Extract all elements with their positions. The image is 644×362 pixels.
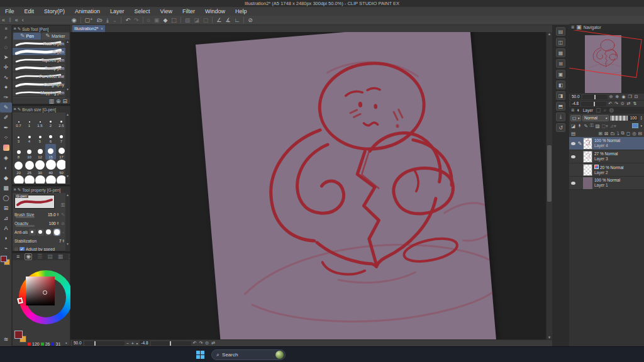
brush-size-option[interactable]: 5 xyxy=(35,128,45,144)
material-mono-panel-icon[interactable]: ⊞ xyxy=(556,59,565,68)
visibility-toggle[interactable] xyxy=(569,155,577,158)
actual-size-icon[interactable]: ❐ xyxy=(628,94,633,99)
rotation-slider[interactable] xyxy=(151,341,191,346)
color-slider-tab-icon[interactable]: ☰ xyxy=(37,254,42,260)
reselect-icon[interactable]: ▣ xyxy=(152,18,162,23)
adjust-by-speed-checkbox[interactable]: ✓ xyxy=(19,247,25,251)
visibility-toggle[interactable] xyxy=(569,182,577,185)
new-vector-layer-icon[interactable]: ⊠ xyxy=(604,131,608,136)
rotate-reset-icon[interactable]: ⊙ xyxy=(204,341,209,346)
apply-mask-icon[interactable]: ◎ xyxy=(632,131,636,136)
layer-color-swatch[interactable] xyxy=(632,123,638,128)
visibility-toggle[interactable] xyxy=(569,142,577,145)
panel-menu-icon[interactable]: ≡ xyxy=(14,27,16,31)
lock-layer-icon[interactable]: ⚿ xyxy=(590,123,594,129)
material-3d-panel-icon[interactable]: ◨ xyxy=(556,91,565,100)
brush-size-option[interactable]: 20 xyxy=(13,160,24,175)
subtool-item-tapered-pen[interactable]: Tapered pen xyxy=(13,56,70,64)
brush-size-option[interactable]: 1.5 xyxy=(35,112,45,128)
gradient-tool-icon[interactable]: ▩ xyxy=(0,183,12,193)
tool-property-header[interactable]: ≡ ✎ Tool property [G-pen] xyxy=(13,187,70,193)
eyedropper-tool-icon[interactable]: ✑ xyxy=(0,92,12,102)
collapse-panel-icon[interactable]: « xyxy=(13,18,20,23)
collapse-subpanel-icon[interactable]: ‹ xyxy=(20,18,26,23)
history-panel-icon[interactable]: ↺ xyxy=(556,123,565,132)
decoration-tool-icon[interactable] xyxy=(0,143,12,153)
menu-layer[interactable]: Layer xyxy=(105,8,130,14)
brush-size-option[interactable]: 10 xyxy=(24,144,35,160)
navigator-preview[interactable] xyxy=(569,30,644,93)
menu-select[interactable]: Select xyxy=(130,8,155,14)
material-download-panel-icon[interactable]: ⤓ xyxy=(556,112,565,121)
eraser-tool-icon[interactable]: ◈ xyxy=(0,153,12,163)
brush-size-slider[interactable] xyxy=(16,216,35,218)
layer-opacity-slider[interactable] xyxy=(610,116,628,121)
reset-rotation-icon[interactable]: ⊙ xyxy=(620,101,625,106)
taskbar-search[interactable]: ⌕ Search xyxy=(211,349,286,360)
brush-size-option[interactable]: 8 xyxy=(13,144,24,160)
redo-icon[interactable]: ↷ xyxy=(132,18,141,23)
ruler-tool-icon[interactable]: ⊿ xyxy=(0,213,12,223)
navigator-zoom-value[interactable]: 50.0 xyxy=(570,94,581,99)
color-picker-mode-icon[interactable]: ◔ xyxy=(64,341,67,346)
layer-property-tab-icon[interactable]: ▢ xyxy=(596,107,601,113)
material-image-panel-icon[interactable]: ◧ xyxy=(556,80,565,89)
snap-ruler-icon[interactable]: ∠ xyxy=(214,18,223,23)
fit-to-screen-icon[interactable]: ◉ xyxy=(621,94,626,99)
aa-medium-button[interactable] xyxy=(45,229,52,236)
color-set-tab-icon[interactable]: ▤ xyxy=(47,254,53,260)
palette-color-combo[interactable]: ▢▾ xyxy=(570,115,581,121)
layer-row-layer4[interactable]: ✎ 100 % Normal Layer 4 xyxy=(569,137,644,150)
document-tab[interactable]: Illustration2* × xyxy=(72,25,105,32)
selection-border-icon[interactable]: ⬚ xyxy=(169,18,179,23)
brush-size-option[interactable]: 4 xyxy=(24,128,35,144)
zoom-in-icon[interactable]: ⊕ xyxy=(615,94,620,99)
info-tab-icon[interactable]: ◍ xyxy=(609,107,614,113)
saturation-value-square[interactable] xyxy=(26,277,55,305)
layer-opacity-value[interactable]: 100 xyxy=(629,116,638,121)
airbrush-tool-icon[interactable]: ⁘ xyxy=(0,133,12,143)
panel-menu-icon[interactable]: ≡ xyxy=(14,188,16,192)
subtool-item-mapping-pen[interactable]: Mapping pen xyxy=(13,89,70,97)
move-tool-icon[interactable]: ✛ xyxy=(0,62,12,72)
flip-horizontal-icon[interactable]: ⇄ xyxy=(211,341,216,346)
brush-size-option[interactable]: 80 xyxy=(35,175,45,184)
material-color-panel-icon[interactable]: ▦ xyxy=(556,48,565,57)
fit-to-navigator-icon[interactable]: ⊡ xyxy=(634,94,639,99)
aa-none-button[interactable] xyxy=(29,229,36,236)
subtool-item-for-effect-line[interactable]: For effect line xyxy=(13,72,70,80)
mesh-transform-icon[interactable]: ▢ xyxy=(201,18,211,23)
lock-transparent-icon[interactable]: ▨ xyxy=(596,123,600,129)
flip-vertical-icon[interactable]: ⇅ xyxy=(633,101,638,106)
navigator-header[interactable]: ≡ ▣ Navigator xyxy=(569,24,644,30)
create-mask-icon[interactable]: ◻ xyxy=(626,131,630,136)
lock-icon[interactable]: ⚿ xyxy=(61,203,65,208)
vertical-scrollbar[interactable]: ▲▼ xyxy=(546,32,552,339)
close-tab-icon[interactable]: × xyxy=(101,26,103,31)
scale-rotate-icon[interactable]: ◪ xyxy=(192,18,201,23)
brush-size-option[interactable]: 70 xyxy=(24,175,35,184)
new-folder-icon[interactable]: 🗀 xyxy=(610,131,615,136)
layer-row-layer3[interactable]: 27 % Normal Layer 3 xyxy=(569,150,644,163)
spinner-icon[interactable]: ▲▼ xyxy=(57,212,59,217)
subtool-item-real-g-pen[interactable]: Real G-pen xyxy=(13,40,70,48)
foreground-color-swatch[interactable] xyxy=(1,256,7,262)
collapse-item-icon[interactable]: ⊟ xyxy=(14,247,18,251)
subtool-item-turnip-pen[interactable]: Turnip pen xyxy=(13,64,70,72)
text-tool-icon[interactable]: A xyxy=(0,223,12,233)
subtool-item-g-pen[interactable]: G-pen xyxy=(13,48,70,56)
navigator-rotation-slider[interactable] xyxy=(581,102,606,106)
new-file-icon[interactable]: ▢⁺ xyxy=(83,18,95,23)
navigator-rotation-value[interactable]: -4.8 xyxy=(570,101,580,106)
menu-help[interactable]: Help xyxy=(230,8,252,14)
selection-tool-icon[interactable]: ◌ xyxy=(0,42,12,52)
object-tool-icon[interactable]: ➤ xyxy=(0,52,12,62)
brush-size-option[interactable]: 60 xyxy=(13,175,24,184)
subtool-panel-header[interactable]: ≡ ✎ Sub Tool [Pen] xyxy=(13,26,70,32)
panel-menu-icon[interactable]: ≡ xyxy=(571,25,574,30)
rotation-value[interactable]: -4.8 xyxy=(140,341,149,346)
color-mixing-tab-icon[interactable]: ▦ xyxy=(58,254,64,260)
transfer-down-icon[interactable]: ⤵ xyxy=(617,131,619,136)
layer-thumbnail[interactable] xyxy=(583,151,592,163)
rotate-ccw-icon[interactable]: ↶ xyxy=(192,341,197,346)
